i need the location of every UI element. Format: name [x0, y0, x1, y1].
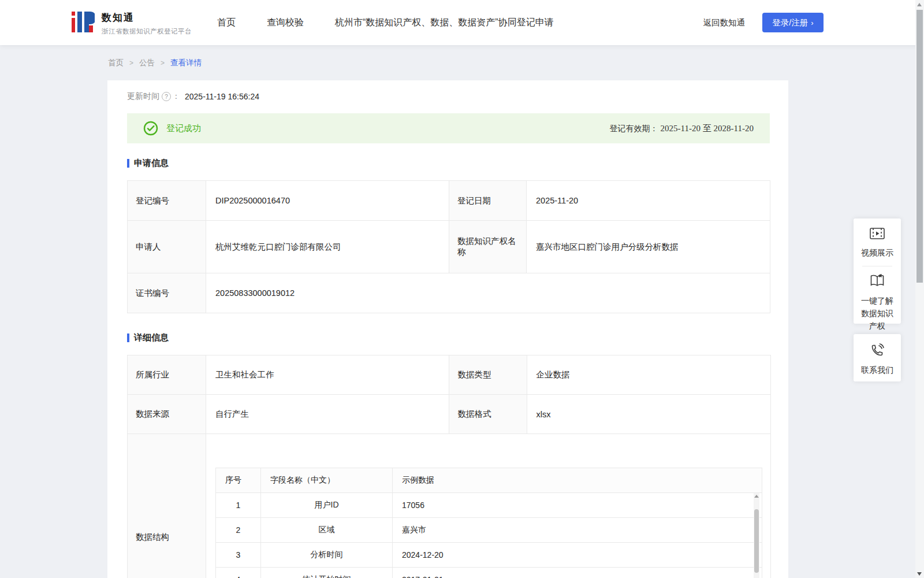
industry-label: 所属行业 — [128, 355, 206, 395]
main-nav: 首页 查询校验 杭州市“数据知识产权、数据、数据资产”协同登记申请 — [217, 0, 554, 45]
login-register-button[interactable]: 登录/注册 › — [762, 13, 824, 32]
section-title-bar — [127, 334, 129, 342]
applicant-value: 杭州艾维乾元口腔门诊部有限公司 — [206, 221, 449, 273]
data-format-label: 数据格式 — [449, 395, 527, 434]
registration-success-banner: 登记成功 登记有效期： 2025-11-20 至 2028-11-20 — [127, 113, 770, 143]
data-type-label: 数据类型 — [449, 355, 527, 395]
structure-table-scrollbar[interactable] — [754, 493, 759, 578]
breadcrumb-home[interactable]: 首页 — [108, 58, 124, 68]
seq-cell: 2 — [216, 518, 261, 543]
registration-status-text: 登记成功 — [166, 123, 201, 134]
scrollbar-up-arrow-icon[interactable] — [754, 495, 759, 498]
logo-text: 数知通 浙江省数据知识产权登记平台 — [102, 11, 192, 36]
login-register-label: 登录/注册 — [772, 17, 808, 28]
field-name-cell: 区域 — [261, 518, 393, 543]
structure-row: 3 分析时间 2024-12-20 — [216, 543, 762, 568]
page-scrollbar[interactable] — [915, 0, 924, 578]
sample-data-cell: 2017-01-01 — [393, 568, 762, 578]
nav-item-query-verify[interactable]: 查询校验 — [267, 17, 304, 29]
reg-no-label: 登记编号 — [128, 181, 206, 221]
application-info-table: 登记编号 DIP2025000016470 登记日期 2025-11-20 申请… — [127, 180, 770, 313]
sample-data-cell: 2024-12-20 — [393, 543, 762, 568]
logo[interactable]: 数知通 浙江省数据知识产权登记平台 — [72, 9, 192, 38]
success-check-icon — [143, 121, 158, 136]
validity-to-word: 至 — [703, 124, 714, 133]
video-icon — [869, 227, 885, 240]
scrollbar-up-arrow-icon[interactable] — [917, 3, 922, 6]
breadcrumb-separator: > — [161, 59, 165, 67]
detail-card: 更新时间 ? ： 2025-11-19 16:56:24 登记成功 登记有效期：… — [107, 80, 788, 578]
col-header-sample-data: 示例数据 — [393, 468, 762, 493]
data-format-value: xlsx — [527, 395, 770, 434]
applicant-label: 申请人 — [128, 221, 206, 273]
dip-name-value: 嘉兴市地区口腔门诊用户分级分析数据 — [527, 221, 770, 273]
reg-date-value: 2025-11-20 — [527, 181, 770, 221]
structure-table: 序号 字段名称（中文） 示例数据 1 用户ID 17056 2 — [215, 468, 762, 578]
learn-dip-label: 一键了解数据知识产权 — [854, 294, 901, 332]
section-title-detail-info: 详细信息 — [127, 332, 169, 343]
scrollbar-thumb[interactable] — [916, 10, 923, 283]
section-title-text: 申请信息 — [134, 158, 169, 169]
breadcrumb-separator: > — [129, 59, 133, 67]
table-row: 登记编号 DIP2025000016470 登记日期 2025-11-20 — [128, 181, 770, 221]
back-to-shuzhitong-link[interactable]: 返回数知通 — [703, 17, 746, 28]
phone-icon — [870, 343, 885, 358]
section-title-bar — [127, 159, 129, 168]
data-source-label: 数据来源 — [128, 395, 206, 434]
structure-row: 4 统计开始时间 2017-01-01 — [216, 568, 762, 578]
data-source-value: 自行产生 — [206, 395, 449, 434]
validity-period: 登记有效期： 2025-11-20 至 2028-11-20 — [610, 123, 754, 134]
learn-dip-button[interactable]: 一键了解数据知识产权 — [854, 273, 901, 332]
update-time-colon: ： — [172, 91, 180, 102]
structure-header-row: 序号 字段名称（中文） 示例数据 — [216, 468, 762, 493]
field-name-cell: 分析时间 — [261, 543, 393, 568]
book-icon — [869, 273, 885, 288]
detail-info-table: 所属行业 卫生和社会工作 数据类型 企业数据 数据来源 自行产生 数据格式 xl… — [127, 355, 771, 578]
header-right: 返回数知通 登录/注册 › — [703, 0, 824, 45]
col-header-field-name: 字段名称（中文） — [261, 468, 393, 493]
field-name-cell: 用户ID — [261, 493, 393, 518]
sample-data-cell: 嘉兴市 — [393, 518, 762, 543]
validity-from-date: 2025-11-20 — [660, 124, 700, 133]
logo-icon — [72, 9, 95, 38]
seq-cell: 4 — [216, 568, 261, 578]
contact-us-button[interactable]: 联系我们 — [854, 343, 901, 376]
table-row: 申请人 杭州艾维乾元口腔门诊部有限公司 数据知识产权名称 嘉兴市地区口腔门诊用户… — [128, 221, 770, 273]
update-time-label: 更新时间 — [127, 91, 159, 102]
floating-contact-card: 联系我们 — [854, 334, 901, 381]
seq-cell: 1 — [216, 493, 261, 518]
section-title-text: 详细信息 — [134, 332, 169, 343]
data-type-value: 企业数据 — [527, 355, 770, 395]
sample-data-cell: 17056 — [393, 493, 762, 518]
nav-item-hangzhou-coregistration[interactable]: 杭州市“数据知识产权、数据、数据资产”协同登记申请 — [335, 17, 554, 29]
industry-value: 卫生和社会工作 — [206, 355, 449, 395]
site-subtitle: 浙江省数据知识产权登记平台 — [102, 27, 192, 36]
reg-no-value: DIP2025000016470 — [206, 181, 449, 221]
nav-item-home[interactable]: 首页 — [217, 17, 236, 29]
contact-us-label: 联系我们 — [854, 364, 901, 376]
scrollbar-down-arrow-icon[interactable] — [917, 572, 922, 576]
seq-cell: 3 — [216, 543, 261, 568]
update-time-value: 2025-11-19 16:56:24 — [185, 92, 259, 101]
table-row: 数据结构 序号 字段名称（中文） 示例数据 1 用户I — [128, 434, 771, 578]
structure-row: 2 区域 嘉兴市 — [216, 518, 762, 543]
field-name-cell: 统计开始时间 — [261, 568, 393, 578]
scrollbar-thumb[interactable] — [754, 509, 759, 573]
video-showcase-button[interactable]: 视频展示 — [854, 227, 901, 259]
data-structure-label: 数据结构 — [128, 434, 206, 578]
structure-table-wrap: 序号 字段名称（中文） 示例数据 1 用户ID 17056 2 — [215, 468, 762, 578]
help-question-icon[interactable]: ? — [162, 92, 171, 101]
breadcrumb-announcement[interactable]: 公告 — [139, 58, 155, 68]
cert-no-value: 20250833000019012 — [206, 273, 770, 313]
table-row: 所属行业 卫生和社会工作 数据类型 企业数据 — [128, 355, 771, 395]
validity-label: 登记有效期： — [610, 124, 658, 133]
dip-name-label: 数据知识产权名称 — [449, 221, 527, 273]
chevron-right-icon: › — [811, 19, 813, 27]
table-row: 证书编号 20250833000019012 — [128, 273, 770, 313]
floating-tools-card: 视频展示 一键了解数据知识产权 — [854, 218, 901, 324]
top-header: 数知通 浙江省数据知识产权登记平台 首页 查询校验 杭州市“数据知识产权、数据、… — [0, 0, 924, 45]
table-row: 数据来源 自行产生 数据格式 xlsx — [128, 395, 771, 434]
validity-to-date: 2028-11-20 — [714, 124, 754, 133]
breadcrumb-current: 查看详情 — [170, 58, 202, 68]
data-structure-cell: 序号 字段名称（中文） 示例数据 1 用户ID 17056 2 — [206, 434, 771, 578]
